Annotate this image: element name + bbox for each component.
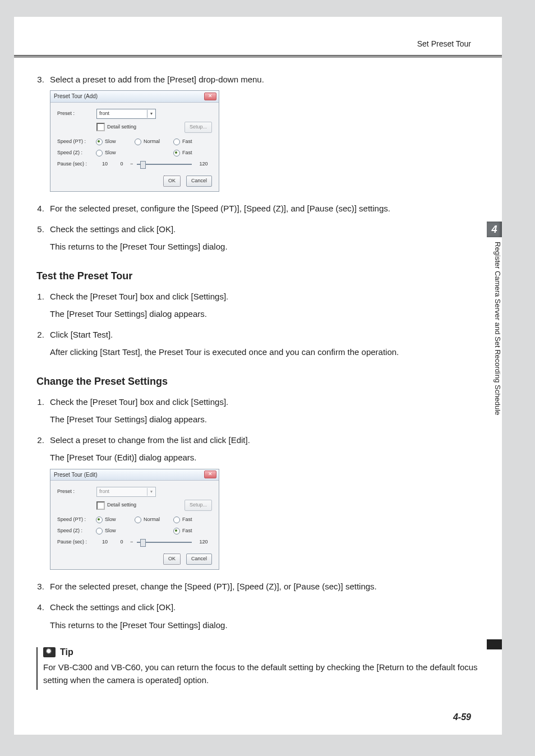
main-content: Select a preset to add from the [Preset]… [36, 73, 485, 690]
pause-value: 0 [113, 160, 130, 168]
pause-max: 120 [195, 160, 212, 168]
change-step-1: Check the [Preset Tour] box and click [S… [47, 395, 485, 426]
change-step-4: Check the settings and click [OK]. This … [47, 601, 485, 631]
chapter-number: 4 [487, 222, 502, 237]
setup-button[interactable]: Setup... [185, 500, 212, 511]
page-number: 4-59 [453, 712, 471, 722]
pause-slider[interactable] [137, 542, 192, 543]
opt-slow-label: Slow [105, 149, 116, 157]
step-5-sub: This returns to the [Preset Tour Setting… [50, 240, 485, 253]
opt-slow-label: Slow [105, 516, 116, 524]
pause-max: 120 [195, 538, 212, 546]
change-step-2: Select a preset to change from the list … [47, 434, 485, 570]
opt-fast-label: Fast [182, 516, 192, 524]
preset-dropdown[interactable]: front ▾ [96, 109, 156, 119]
dialog-body: Preset : front ▾ Detail setting Setup... [50, 103, 219, 191]
radio-icon [135, 139, 141, 145]
opt-normal-label: Normal [144, 516, 160, 524]
radio-icon [96, 517, 103, 523]
preset-dropdown[interactable]: front ▾ [96, 487, 156, 497]
preset-label: Preset : [57, 488, 96, 496]
speed-z-slow[interactable]: Slow [96, 527, 135, 535]
test-step-1-sub: The [Preset Tour Settings] dialog appear… [50, 307, 485, 320]
preset-value: front [99, 110, 109, 118]
dash: − [130, 538, 133, 546]
slider-thumb-icon[interactable] [140, 161, 146, 169]
opt-fast-label: Fast [182, 138, 192, 146]
opt-slow-label: Slow [105, 527, 116, 535]
change-step-3: For the selected preset, change the [Spe… [47, 580, 485, 593]
radio-icon [96, 528, 103, 534]
pause-min: 10 [96, 160, 113, 168]
step-5-text: Check the settings and click [OK]. [50, 224, 176, 234]
test-heading: Test the Preset Tour [36, 270, 485, 282]
detail-setting-label: Detail setting [107, 501, 185, 509]
step-3: Select a preset to add from the [Preset]… [47, 73, 485, 192]
step-4: For the selected preset, configure the [… [47, 202, 485, 215]
speed-pt-slow[interactable]: Slow [96, 138, 135, 146]
speed-pt-normal[interactable]: Normal [135, 516, 173, 524]
test-steps: Check the [Preset Tour] box and click [S… [36, 290, 485, 359]
ok-button[interactable]: OK [163, 176, 181, 187]
change-step-2-text: Select a preset to change from the list … [50, 435, 250, 445]
chapter-side-tab: 4 Register Camera Server and Set Recordi… [487, 222, 502, 491]
cancel-button[interactable]: Cancel [186, 554, 212, 565]
speed-z-label: Speed (Z) : [57, 149, 96, 157]
detail-setting-checkbox[interactable] [96, 501, 105, 510]
dialog-body: Preset : front ▾ Detail setting Setup... [50, 481, 219, 569]
speed-z-slow[interactable]: Slow [96, 149, 135, 157]
radio-icon [173, 139, 180, 145]
opt-fast-label: Fast [182, 527, 192, 535]
pause-label: Pause (sec) : [57, 538, 96, 546]
tip-title: Tip [60, 647, 73, 657]
radio-icon [173, 517, 180, 523]
speed-pt-label: Speed (PT) : [57, 516, 96, 524]
change-heading: Change the Preset Settings [36, 376, 485, 388]
speed-pt-normal[interactable]: Normal [135, 138, 173, 146]
cancel-button[interactable]: Cancel [186, 176, 212, 187]
change-step-4-sub: This returns to the [Preset Tour Setting… [50, 619, 485, 631]
header-rule [14, 55, 502, 58]
radio-icon [135, 517, 141, 523]
slider-thumb-icon[interactable] [140, 539, 146, 547]
dialog-titlebar: Preset Tour (Add) ✕ [50, 91, 219, 103]
speed-pt-fast[interactable]: Fast [173, 138, 212, 146]
chevron-down-icon[interactable]: ▾ [147, 110, 155, 118]
speed-pt-fast[interactable]: Fast [173, 516, 212, 524]
test-step-1: Check the [Preset Tour] box and click [S… [47, 290, 485, 321]
test-step-2-text: Click [Start Test]. [50, 330, 113, 339]
step-3-text: Select a preset to add from the [Preset]… [50, 75, 264, 84]
opt-normal-label: Normal [144, 138, 160, 146]
page: Set Preset Tour 4 Register Camera Server… [14, 17, 502, 735]
change-step-1-text: Check the [Preset Tour] box and click [S… [50, 397, 228, 407]
speed-pt-label: Speed (PT) : [57, 138, 96, 146]
dialog-title: Preset Tour (Add) [54, 92, 98, 101]
radio-icon [173, 528, 180, 534]
test-step-2: Click [Start Test]. After clicking [Star… [47, 328, 485, 359]
close-icon[interactable]: ✕ [204, 93, 216, 100]
change-steps: Check the [Preset Tour] box and click [S… [36, 395, 485, 631]
test-step-2-sub: After clicking [Start Test], the Preset … [50, 345, 485, 358]
speed-z-fast[interactable]: Fast [173, 527, 212, 535]
chevron-down-icon: ▾ [147, 488, 155, 496]
close-icon[interactable]: ✕ [204, 471, 216, 478]
pause-slider[interactable] [137, 164, 192, 165]
side-marker [487, 639, 502, 649]
dash: − [130, 160, 133, 168]
ok-button[interactable]: OK [163, 554, 181, 565]
tip-icon [43, 647, 56, 657]
tip-box: Tip For VB-C300 and VB-C60, you can retu… [36, 647, 485, 690]
add-steps: Select a preset to add from the [Preset]… [36, 73, 485, 253]
change-step-4-text: Check the settings and click [OK]. [50, 602, 176, 612]
detail-setting-checkbox[interactable] [96, 123, 105, 131]
radio-icon [96, 139, 103, 145]
speed-z-fast[interactable]: Fast [173, 149, 212, 157]
pause-min: 10 [96, 538, 113, 546]
step-5: Check the settings and click [OK]. This … [47, 223, 485, 253]
setup-button[interactable]: Setup... [185, 122, 212, 133]
change-step-2-sub: The [Preset Tour (Edit)] dialog appears. [50, 451, 485, 464]
opt-slow-label: Slow [105, 138, 116, 146]
breadcrumb: Set Preset Tour [417, 39, 471, 48]
preset-value: front [99, 488, 109, 496]
speed-pt-slow[interactable]: Slow [96, 516, 135, 524]
